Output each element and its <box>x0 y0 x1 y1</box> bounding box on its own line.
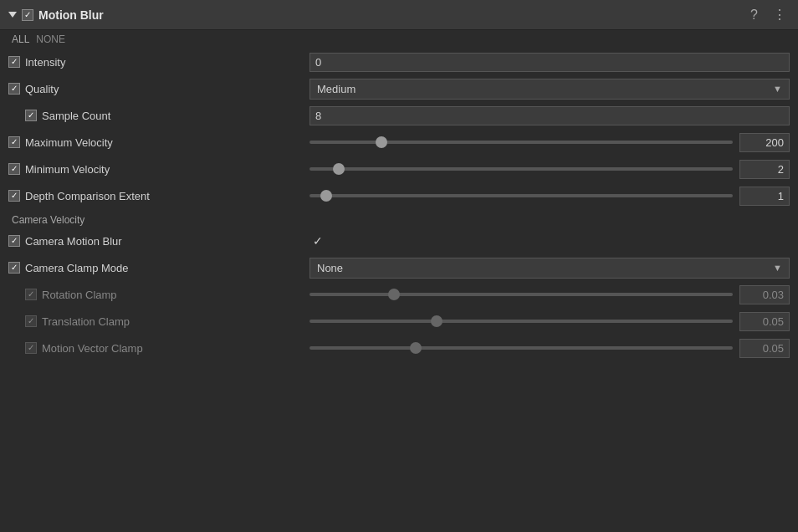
max-velocity-control <box>309 133 790 152</box>
max-velocity-label: Maximum Velocity <box>25 136 113 149</box>
depth-comparison-label-group: Depth Comparison Extent <box>8 190 309 202</box>
camera-motion-blur-control: ✓ <box>309 233 790 249</box>
translation-clamp-value[interactable] <box>739 312 790 331</box>
camera-velocity-section: Camera Velocity <box>0 209 798 228</box>
min-velocity-track[interactable] <box>309 167 733 171</box>
quality-label: Quality <box>25 83 59 95</box>
intensity-input[interactable] <box>309 53 790 72</box>
depth-comparison-label: Depth Comparison Extent <box>25 190 150 202</box>
collapse-icon[interactable] <box>8 12 17 18</box>
intensity-label: Intensity <box>25 56 65 69</box>
panel-enable-checkbox[interactable] <box>22 9 33 21</box>
all-label[interactable]: ALL <box>12 33 29 45</box>
rotation-clamp-label: Rotation Clamp <box>42 289 117 301</box>
rotation-clamp-thumb[interactable] <box>388 289 400 300</box>
menu-button[interactable]: ⋮ <box>770 5 790 24</box>
intensity-label-group: Intensity <box>8 56 309 69</box>
camera-clamp-mode-label-group: Camera Clamp Mode <box>8 262 309 274</box>
camera-motion-blur-row: Camera Motion Blur ✓ <box>0 228 798 254</box>
motion-vector-clamp-control <box>309 339 790 358</box>
min-velocity-checkbox[interactable] <box>8 163 20 175</box>
translation-clamp-thumb[interactable] <box>431 315 442 327</box>
depth-comparison-control <box>309 187 790 206</box>
translation-clamp-row: Translation Clamp <box>0 308 798 335</box>
rotation-clamp-value[interactable] <box>739 285 790 304</box>
motion-vector-clamp-label-group: Motion Vector Clamp <box>8 342 309 355</box>
camera-clamp-mode-value: None <box>317 262 343 274</box>
checkmark-icon: ✓ <box>313 234 323 248</box>
panel-header: Motion Blur ? ⋮ <box>0 0 798 30</box>
rotation-clamp-control <box>309 285 790 304</box>
panel-header-right: ? ⋮ <box>747 5 790 24</box>
min-velocity-label: Minimum Velocity <box>25 163 110 176</box>
motion-vector-clamp-label: Motion Vector Clamp <box>42 342 143 355</box>
max-velocity-label-group: Maximum Velocity <box>8 136 309 149</box>
camera-clamp-mode-checkbox[interactable] <box>8 262 20 274</box>
min-velocity-control <box>309 160 790 179</box>
max-velocity-thumb[interactable] <box>376 136 387 148</box>
depth-comparison-track[interactable] <box>309 194 733 197</box>
camera-clamp-mode-row: Camera Clamp Mode None ▼ <box>0 254 798 281</box>
min-velocity-thumb[interactable] <box>333 163 345 175</box>
camera-clamp-mode-control: None ▼ <box>309 258 790 279</box>
quality-dropdown-value: Medium <box>317 83 356 95</box>
motion-vector-clamp-thumb[interactable] <box>410 342 422 354</box>
camera-velocity-label: Camera Velocity <box>12 214 84 226</box>
translation-clamp-label: Translation Clamp <box>42 315 130 328</box>
intensity-checkbox[interactable] <box>8 56 20 68</box>
sample-count-label: Sample Count <box>42 110 110 122</box>
panel-header-left: Motion Blur <box>8 8 104 22</box>
depth-comparison-checkbox[interactable] <box>8 190 20 202</box>
sample-count-checkbox[interactable] <box>25 110 37 121</box>
help-button[interactable]: ? <box>747 6 761 24</box>
min-velocity-row: Minimum Velocity <box>0 156 798 182</box>
quality-dropdown[interactable]: Medium ▼ <box>309 79 790 100</box>
translation-clamp-track[interactable] <box>309 320 733 323</box>
intensity-control <box>309 53 790 72</box>
camera-motion-blur-label-group: Camera Motion Blur <box>8 235 309 248</box>
min-velocity-value[interactable] <box>739 160 790 179</box>
translation-clamp-checkbox[interactable] <box>25 315 37 327</box>
max-velocity-value[interactable] <box>739 133 790 152</box>
camera-motion-blur-checkmark[interactable]: ✓ <box>309 233 326 249</box>
depth-comparison-row: Depth Comparison Extent <box>0 182 798 209</box>
rotation-clamp-label-group: Rotation Clamp <box>8 289 309 301</box>
motion-blur-panel: Motion Blur ? ⋮ ALL NONE Intensity Quali… <box>0 0 798 361</box>
panel-title: Motion Blur <box>38 8 104 22</box>
quality-control: Medium ▼ <box>309 79 790 100</box>
min-velocity-label-group: Minimum Velocity <box>8 163 309 176</box>
depth-comparison-value[interactable] <box>739 187 790 206</box>
rotation-clamp-checkbox[interactable] <box>25 289 37 300</box>
quality-checkbox[interactable] <box>8 83 20 95</box>
rotation-clamp-row: Rotation Clamp <box>0 281 798 308</box>
depth-comparison-thumb[interactable] <box>320 190 332 202</box>
sample-count-label-group: Sample Count <box>8 110 309 122</box>
camera-clamp-dropdown-arrow: ▼ <box>773 263 782 273</box>
motion-vector-clamp-row: Motion Vector Clamp <box>0 335 798 361</box>
camera-clamp-mode-dropdown[interactable]: None ▼ <box>309 258 790 279</box>
camera-clamp-mode-label: Camera Clamp Mode <box>25 262 129 274</box>
none-label[interactable]: NONE <box>36 33 65 45</box>
all-none-row: ALL NONE <box>0 30 798 49</box>
max-velocity-track[interactable] <box>309 141 733 144</box>
max-velocity-row: Maximum Velocity <box>0 129 798 156</box>
motion-vector-clamp-checkbox[interactable] <box>25 342 37 354</box>
motion-vector-clamp-value[interactable] <box>739 339 790 358</box>
quality-dropdown-arrow: ▼ <box>773 84 782 94</box>
intensity-row: Intensity <box>0 49 798 75</box>
translation-clamp-label-group: Translation Clamp <box>8 315 309 328</box>
motion-vector-clamp-track[interactable] <box>309 346 733 350</box>
quality-row: Quality Medium ▼ <box>0 75 798 102</box>
sample-count-control <box>309 106 790 125</box>
translation-clamp-control <box>309 312 790 331</box>
quality-label-group: Quality <box>8 83 309 95</box>
max-velocity-checkbox[interactable] <box>8 136 20 148</box>
sample-count-row: Sample Count <box>0 102 798 129</box>
camera-motion-blur-label: Camera Motion Blur <box>25 235 122 248</box>
rotation-clamp-track[interactable] <box>309 293 733 296</box>
camera-motion-blur-checkbox[interactable] <box>8 235 20 247</box>
sample-count-input[interactable] <box>309 106 790 125</box>
